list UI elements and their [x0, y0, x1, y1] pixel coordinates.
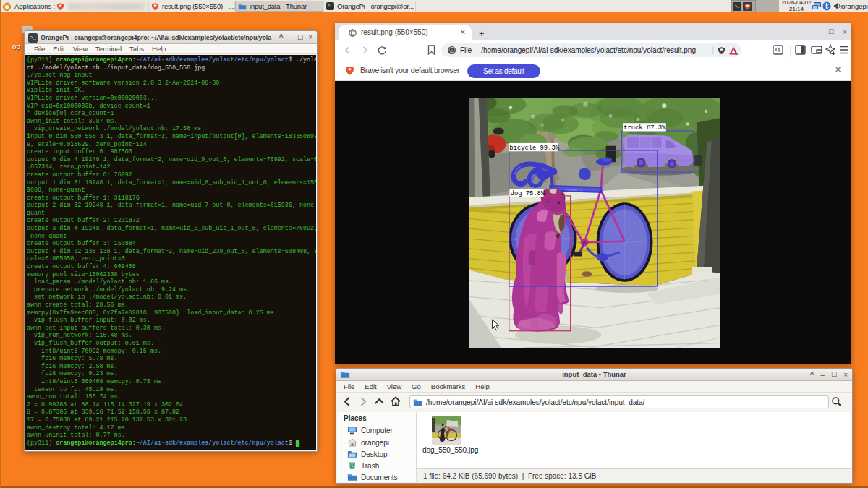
svg-text:bicycle 99.3%: bicycle 99.3%: [509, 145, 559, 152]
svg-text:dog 75.8%: dog 75.8%: [511, 190, 545, 197]
svg-text:PINARELLO: PINARELLO: [565, 188, 582, 192]
svg-text:truck 87.3%: truck 87.3%: [624, 124, 666, 132]
